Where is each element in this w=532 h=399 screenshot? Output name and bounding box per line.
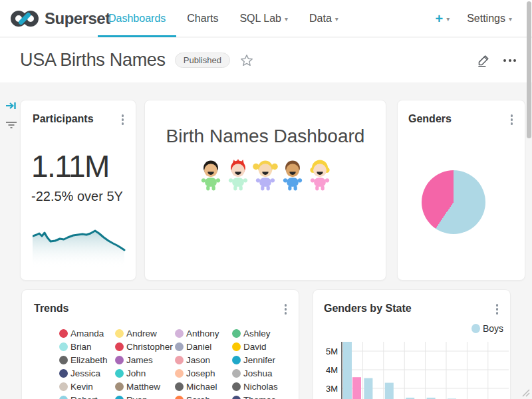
nav-item-sql-lab[interactable]: SQL Lab ▾ [229,0,299,37]
legend-dot [115,329,124,338]
legend-dot [232,356,241,364]
markdown-heading: Birth Names Dashboard [145,126,386,147]
legend-label: Boys [483,323,503,334]
legend-label: Joseph [186,368,215,378]
card-participants: Participants 1.11M -22.5% over 5Y [20,100,136,281]
genders-pie-chart[interactable] [422,170,485,234]
kebab-menu-icon[interactable] [282,303,290,316]
dashboard-title-bar: USA Births Names Published [0,38,532,82]
legend-dot [175,369,184,378]
nav-item-charts[interactable]: Charts [176,0,229,37]
legend-item[interactable]: Amanda [59,327,115,340]
settings-menu[interactable]: Settings ▾ [467,13,512,25]
kid-figure-icon [198,159,223,194]
legend-dot [175,356,184,364]
kid-figure-icon [253,159,278,194]
legend-item[interactable]: Thomas [232,393,296,399]
legend-dot [59,382,68,391]
legend-item[interactable]: Brian [59,340,115,353]
expand-filter-bar-icon[interactable] [5,100,17,112]
legend-dot [115,342,124,351]
legend-label: Thomas [243,395,276,399]
superset-logo[interactable]: Superset [9,0,110,37]
caret-down-icon: ▾ [335,15,338,23]
legend-item[interactable]: Jennifer [232,353,296,366]
legend-item[interactable]: Ryan [115,393,175,399]
kebab-menu-icon[interactable] [493,303,501,316]
legend-item[interactable]: Ashley [232,327,296,340]
big-number-subheader: -22.5% over 5Y [31,189,123,204]
legend-item[interactable]: Jessica [59,366,115,380]
legend-dot [115,396,124,399]
legend-item[interactable]: Joseph [175,366,232,380]
legend-label: Elizabeth [70,355,108,365]
legend-item[interactable]: Daniel [175,340,232,353]
more-actions-icon[interactable] [502,57,517,65]
favorite-star-icon[interactable] [239,53,254,68]
legend-dot [59,356,68,364]
kebab-menu-icon[interactable] [119,113,127,126]
filter-icon[interactable] [5,118,18,130]
title-group: USA Births Names Published [20,38,254,82]
legend-item[interactable]: Anthony [175,327,232,340]
card-genders: Genders [397,100,525,281]
legend-dot [115,369,124,378]
legend-label: Sarah [186,395,210,399]
bar-boys-cat0 [343,342,352,399]
legend-item[interactable]: Sarah [175,393,232,399]
legend-dot [59,342,68,351]
legend-item[interactable]: James [115,353,175,366]
y-axis-tick-label: 5M [326,346,338,356]
published-badge[interactable]: Published [175,53,230,68]
legend-label: David [243,342,267,352]
legend-dot [232,382,241,391]
nav-item-data[interactable]: Data ▾ [299,0,349,37]
y-axis-tick-label: 3M [326,384,338,394]
legend-item[interactable]: David [232,340,296,353]
legend-dot [471,324,480,333]
legend-item[interactable]: Jason [175,353,232,366]
caret-down-icon: ▾ [446,15,450,23]
legend-label: Brian [70,342,92,352]
legend-label: Jason [186,355,210,365]
legend-dot [115,382,124,391]
card-markdown-header: Birth Names Dashboard [144,100,386,281]
legend-dot [175,342,184,351]
legend-dot [175,329,184,338]
legend-label: Ryan [126,395,148,399]
legend-item[interactable]: Robert [59,393,115,399]
nav-item-dashboards[interactable]: Dashboards [98,0,176,37]
legend-label: Robert [70,395,98,399]
kid-figure-icon [225,159,251,194]
chart-title: Genders by State [324,303,412,315]
kid-figure-icon [307,159,332,194]
legend-item-boys[interactable]: Boys [471,323,503,334]
legend-dot [232,396,241,399]
kids-figures [145,159,386,194]
legend-item[interactable]: Andrew [115,327,175,340]
kid-figure-icon [280,159,305,194]
legend-item[interactable]: Michael [175,380,232,393]
legend-item[interactable]: Joshua [232,366,296,380]
legend-dot [59,396,68,399]
resize-handle-icon[interactable] [520,387,531,398]
kebab-menu-icon[interactable] [508,113,516,126]
edit-pencil-icon[interactable] [476,53,491,68]
legend-item[interactable]: John [115,366,175,380]
superset-dashboard-app: { "icons": { "caret_down": "▾" }, "heade… [0,0,532,399]
new-item-button[interactable]: + ▾ [435,12,450,25]
vertical-scrollbar[interactable] [527,1,531,138]
legend-item[interactable]: Elizabeth [59,353,115,366]
legend-item[interactable]: Nicholas [232,380,296,393]
top-navbar: Superset Dashboards Charts SQL Lab ▾ Dat… [0,0,532,37]
legend-label: John [126,368,146,378]
legend-item[interactable]: Christopher [115,340,175,353]
legend-item[interactable]: Matthew [115,380,175,393]
legend-item[interactable]: Kevin [59,380,115,393]
nav-right-controls: + ▾ Settings ▾ [435,0,512,37]
bar-boys-cat2 [385,383,394,399]
genders-by-state-chart[interactable]: 5M4M3M [323,338,509,399]
caret-down-icon: ▾ [285,15,288,23]
y-axis-tick-label: 4M [326,365,338,375]
participants-sparkline-chart[interactable] [33,228,126,268]
